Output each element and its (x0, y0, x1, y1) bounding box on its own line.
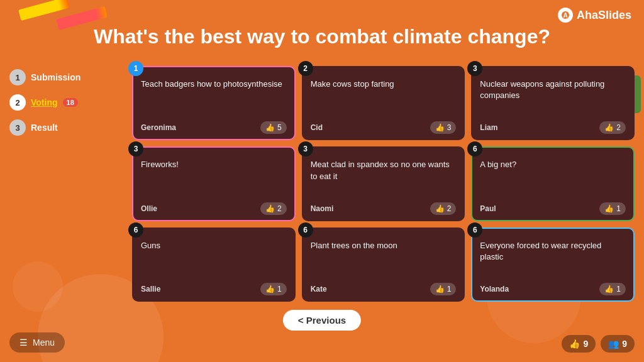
hamburger-icon: ☰ (19, 337, 28, 348)
card-rank-8: 6 (467, 222, 482, 238)
like-icon-7: 👍 (435, 285, 445, 293)
bottom-right-stats: 👍 9 👥 9 (562, 335, 635, 353)
card-author-6: Sallie (141, 285, 160, 293)
cards-grid: 1 Teach badgers how to photosynthesise G… (132, 66, 635, 302)
card-text-3: Fireworks! (141, 159, 287, 197)
card-author-4: Naomi (311, 204, 334, 213)
like-icon-8: 👍 (604, 285, 614, 293)
sidebar-item-voting[interactable]: 2 Voting 18 (9, 94, 80, 111)
card-2: 3 Nuclear weapons against polluting comp… (471, 66, 635, 140)
card-votes-8: 👍 1 (599, 283, 626, 295)
card-footer-3: Ollie 👍 2 (141, 202, 287, 215)
bottom-left: ☰ Menu (9, 332, 65, 353)
voting-badge: 18 (63, 98, 78, 107)
card-rank-2: 3 (467, 61, 482, 76)
card-3: 3 Fireworks! Ollie 👍 2 (132, 146, 296, 221)
sidebar: 1 Submission 2 Voting 18 3 Result (9, 69, 80, 136)
sidebar-num-2: 2 (9, 94, 26, 111)
card-author-0: Geronima (141, 123, 176, 132)
votes-badge: 👍 9 (562, 335, 596, 353)
card-1: 2 Make cows stop farting Cid 👍 3 (302, 66, 465, 140)
card-author-8: Yolanda (480, 285, 509, 293)
card-votes-4: 👍 2 (430, 202, 457, 215)
like-icon-6: 👍 (265, 285, 275, 293)
card-rank-3: 3 (128, 141, 143, 156)
card-votes-1: 👍 3 (430, 121, 457, 134)
card-text-6: Guns (141, 240, 287, 278)
users-count: 9 (622, 339, 627, 349)
sidebar-item-result[interactable]: 3 Result (9, 119, 80, 136)
card-rank-4: 3 (298, 141, 313, 156)
card-footer-2: Liam 👍 2 (480, 121, 626, 134)
like-icon-5: 👍 (604, 204, 614, 213)
sidebar-num-1: 1 (9, 69, 26, 85)
sidebar-label-submission: Submission (31, 72, 80, 82)
card-8: 6 Everyone forced to wear recycled plast… (471, 228, 635, 302)
card-author-3: Ollie (141, 204, 157, 213)
card-0: 1 Teach badgers how to photosynthesise G… (132, 66, 296, 140)
logo-text: AhaSlides (577, 9, 631, 22)
card-author-7: Kate (311, 285, 327, 293)
card-votes-7: 👍 1 (430, 283, 457, 295)
card-votes-2: 👍 2 (599, 121, 626, 134)
card-author-5: Paul (480, 204, 496, 213)
card-author-2: Liam (480, 123, 497, 132)
card-footer-5: Paul 👍 1 (480, 202, 626, 215)
card-footer-4: Naomi 👍 2 (311, 202, 457, 215)
card-text-8: Everyone forced to wear recycled plastic (480, 240, 626, 278)
menu-label: Menu (33, 337, 55, 348)
card-4: 3 Meat clad in spandex so no one wants t… (302, 146, 465, 221)
card-text-7: Plant trees on the moon (311, 240, 457, 278)
sidebar-label-voting: Voting (31, 97, 58, 107)
card-author-1: Cid (311, 123, 323, 132)
page-title: What's the best way to combat climate ch… (13, 25, 631, 48)
card-footer-7: Kate 👍 1 (311, 283, 457, 295)
card-text-0: Teach badgers how to photosynthesise (141, 79, 287, 116)
sidebar-item-submission[interactable]: 1 Submission (9, 69, 80, 85)
card-rank-6: 6 (128, 222, 143, 238)
card-votes-3: 👍 2 (260, 202, 287, 215)
sidebar-num-3: 3 (9, 119, 26, 136)
card-footer-0: Geronima 👍 5 (141, 121, 287, 134)
card-5: 6 A big net? Paul 👍 1 (471, 146, 635, 221)
card-text-5: A big net? (480, 159, 626, 197)
menu-button[interactable]: ☰ Menu (9, 332, 65, 353)
like-icon-3: 👍 (265, 204, 275, 213)
votes-count: 9 (583, 339, 588, 349)
card-rank-1: 2 (298, 61, 313, 76)
like-icon-2: 👍 (604, 123, 614, 132)
like-icon-0: 👍 (265, 123, 275, 132)
users-badge: 👥 9 (601, 335, 635, 353)
like-icon-4: 👍 (435, 204, 445, 213)
card-6: 6 Guns Sallie 👍 1 (132, 228, 296, 302)
card-text-1: Make cows stop farting (311, 79, 457, 116)
like-icon-1: 👍 (435, 123, 445, 132)
card-footer-8: Yolanda 👍 1 (480, 283, 626, 295)
card-footer-6: Sallie 👍 1 (141, 283, 287, 295)
card-votes-0: 👍 5 (260, 121, 287, 134)
bg-circle-3 (13, 261, 63, 312)
card-rank-7: 6 (298, 222, 313, 238)
users-icon: 👥 (608, 339, 619, 349)
card-votes-6: 👍 1 (260, 283, 287, 295)
previous-button[interactable]: < Previous (283, 310, 361, 331)
card-7: 6 Plant trees on the moon Kate 👍 1 (302, 228, 465, 302)
top-bar: A AhaSlides (558, 8, 631, 23)
card-rank-5: 6 (467, 141, 482, 156)
card-text-4: Meat clad in spandex so no one wants to … (311, 159, 457, 197)
thumbs-up-icon: 👍 (569, 339, 580, 349)
logo-icon: A (558, 8, 573, 23)
card-footer-1: Cid 👍 3 (311, 121, 457, 134)
card-rank-0: 1 (128, 61, 143, 76)
svg-text:A: A (563, 12, 567, 19)
card-text-2: Nuclear weapons against polluting compan… (480, 79, 626, 116)
sidebar-label-result: Result (31, 123, 58, 133)
card-votes-5: 👍 1 (599, 202, 626, 215)
